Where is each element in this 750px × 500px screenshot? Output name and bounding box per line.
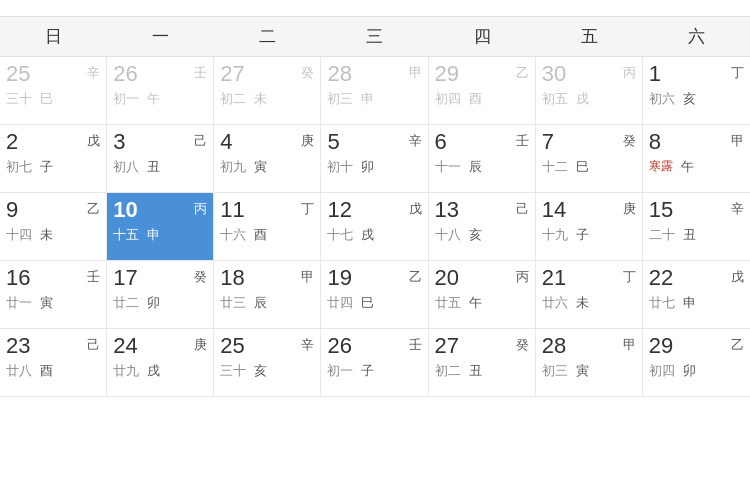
calendar-cell[interactable]: 21丁廿六未: [536, 261, 643, 329]
ganzhi-top: 壬: [516, 132, 529, 150]
ganzhi-top: 乙: [87, 200, 100, 218]
ganzhi-top: 丙: [194, 200, 207, 218]
day-number: 28: [327, 61, 351, 87]
ganzhi-top: 甲: [301, 268, 314, 286]
ganzhi-bottom: 申: [361, 90, 374, 108]
day-number: 20: [435, 265, 459, 291]
calendar-cell[interactable]: 29乙初四卯: [643, 329, 750, 397]
calendar-cell[interactable]: 15辛二十丑: [643, 193, 750, 261]
calendar-cell[interactable]: 23己廿八酉: [0, 329, 107, 397]
weekday-label: 四: [429, 17, 536, 56]
calendar-cell[interactable]: 26壬初一子: [321, 329, 428, 397]
lunar-date: 初三: [327, 90, 353, 108]
ganzhi-top: 庚: [623, 200, 636, 218]
ganzhi-bottom: 丑: [683, 226, 696, 244]
day-number: 1: [649, 61, 661, 87]
ganzhi-bottom: 辰: [254, 294, 267, 312]
weekday-row: 日一二三四五六: [0, 16, 750, 57]
calendar-cell[interactable]: 16壬廿一寅: [0, 261, 107, 329]
day-number: 10: [113, 197, 137, 223]
day-number: 16: [6, 265, 30, 291]
ganzhi-top: 癸: [301, 64, 314, 82]
lunar-date: 十九: [542, 226, 568, 244]
calendar-cell[interactable]: 22戊廿七申: [643, 261, 750, 329]
ganzhi-bottom: 戌: [361, 226, 374, 244]
day-number: 26: [113, 61, 137, 87]
calendar-cell[interactable]: 12戊十七戌: [321, 193, 428, 261]
calendar-cell[interactable]: 4庚初九寅: [214, 125, 321, 193]
day-number: 21: [542, 265, 566, 291]
lunar-date: 初四: [649, 362, 675, 380]
calendar-cell[interactable]: 28甲初三寅: [536, 329, 643, 397]
day-number: 22: [649, 265, 673, 291]
weekday-label: 二: [214, 17, 321, 56]
lunar-date: 初四: [435, 90, 461, 108]
ganzhi-top: 甲: [623, 336, 636, 354]
day-number: 30: [542, 61, 566, 87]
calendar-cell[interactable]: 5辛初十卯: [321, 125, 428, 193]
calendar-cell[interactable]: 10丙十五申: [107, 193, 214, 261]
lunar-date: 廿一: [6, 294, 32, 312]
ganzhi-top: 丁: [301, 200, 314, 218]
ganzhi-bottom: 亥: [254, 362, 267, 380]
calendar-cell[interactable]: 25辛三十亥: [214, 329, 321, 397]
calendar-cell[interactable]: 25辛三十巳: [0, 57, 107, 125]
calendar-cell[interactable]: 19乙廿四巳: [321, 261, 428, 329]
calendar-cell[interactable]: 24庚廿九戌: [107, 329, 214, 397]
lunar-date: 廿七: [649, 294, 675, 312]
day-number: 17: [113, 265, 137, 291]
calendar-cell[interactable]: 9乙十四未: [0, 193, 107, 261]
calendar-cell[interactable]: 29乙初四酉: [429, 57, 536, 125]
lunar-date: 初一: [327, 362, 353, 380]
day-number: 7: [542, 129, 554, 155]
lunar-date: 寒露: [649, 158, 673, 175]
calendar-cell[interactable]: 27癸初二丑: [429, 329, 536, 397]
calendar-cell[interactable]: 6壬十一辰: [429, 125, 536, 193]
calendar-cell[interactable]: 27癸初二未: [214, 57, 321, 125]
lunar-date: 十二: [542, 158, 568, 176]
ganzhi-bottom: 辰: [469, 158, 482, 176]
day-number: 4: [220, 129, 232, 155]
ganzhi-top: 丙: [516, 268, 529, 286]
lunar-date: 初五: [542, 90, 568, 108]
ganzhi-bottom: 巳: [361, 294, 374, 312]
weekday-label: 五: [536, 17, 643, 56]
lunar-date: 初十: [327, 158, 353, 176]
lunar-date: 初八: [113, 158, 139, 176]
calendar-cell[interactable]: 1丁初六亥: [643, 57, 750, 125]
calendar-cell[interactable]: 28甲初三申: [321, 57, 428, 125]
day-number: 5: [327, 129, 339, 155]
ganzhi-bottom: 申: [683, 294, 696, 312]
lunar-date: 十四: [6, 226, 32, 244]
weekday-label: 三: [321, 17, 428, 56]
ganzhi-bottom: 申: [147, 226, 160, 244]
calendar-cell[interactable]: 30丙初五戌: [536, 57, 643, 125]
calendar-cell[interactable]: 11丁十六酉: [214, 193, 321, 261]
calendar-cell[interactable]: 8甲寒露午: [643, 125, 750, 193]
calendar-cell[interactable]: 7癸十二巳: [536, 125, 643, 193]
ganzhi-bottom: 午: [147, 90, 160, 108]
ganzhi-bottom: 子: [361, 362, 374, 380]
calendar-cell[interactable]: 26壬初一午: [107, 57, 214, 125]
lunar-date: 廿二: [113, 294, 139, 312]
calendar-cell[interactable]: 17癸廿二卯: [107, 261, 214, 329]
lunar-date: 廿四: [327, 294, 353, 312]
ganzhi-bottom: 酉: [469, 90, 482, 108]
calendar-cell[interactable]: 13己十八亥: [429, 193, 536, 261]
calendar-cell[interactable]: 3己初八丑: [107, 125, 214, 193]
lunar-date: 十八: [435, 226, 461, 244]
ganzhi-bottom: 寅: [576, 362, 589, 380]
ganzhi-bottom: 巳: [40, 90, 53, 108]
lunar-date: 廿三: [220, 294, 246, 312]
ganzhi-top: 癸: [516, 336, 529, 354]
ganzhi-bottom: 酉: [40, 362, 53, 380]
calendar-cell[interactable]: 14庚十九子: [536, 193, 643, 261]
calendar-cell[interactable]: 18甲廿三辰: [214, 261, 321, 329]
ganzhi-top: 丙: [623, 64, 636, 82]
weekday-label: 六: [643, 17, 750, 56]
ganzhi-top: 癸: [623, 132, 636, 150]
calendar-cell[interactable]: 2戊初七子: [0, 125, 107, 193]
day-number: 29: [435, 61, 459, 87]
day-number: 15: [649, 197, 673, 223]
calendar-cell[interactable]: 20丙廿五午: [429, 261, 536, 329]
